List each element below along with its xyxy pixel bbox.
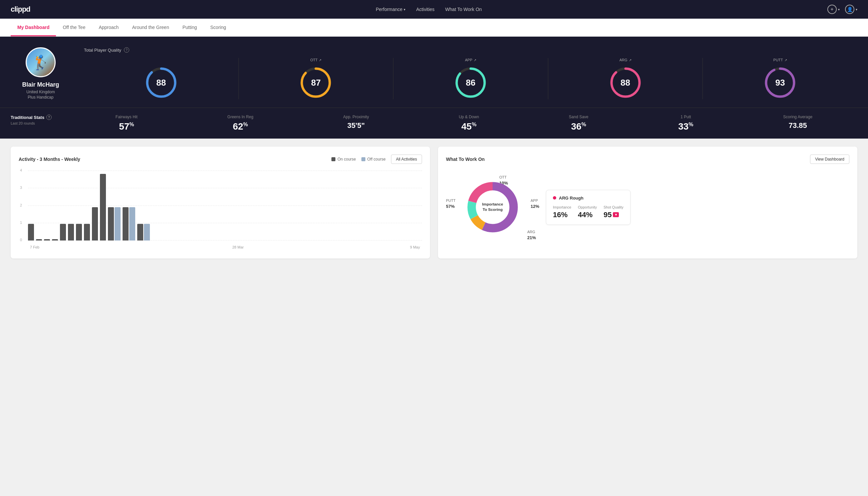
stats-subtitle: Last 20 rounds: [11, 121, 70, 125]
x-axis-labels: 7 Feb 28 Mar 9 May: [28, 245, 422, 249]
quality-arg: ARG ↗ 88: [548, 58, 703, 99]
stat-app-proximity: App. Proximity 35'5": [343, 114, 369, 132]
all-activities-button[interactable]: All Activities: [391, 155, 422, 164]
sub-navigation: My Dashboard Off the Tee Approach Around…: [0, 19, 868, 37]
label-arg: ARG 21%: [527, 229, 536, 241]
activity-card-header: Activity - 3 Months - Weekly On course O…: [19, 155, 422, 164]
subnav-my-dashboard[interactable]: My Dashboard: [11, 19, 56, 36]
bar-chart: 4 3 2 1 0: [19, 171, 422, 250]
bar-oncourse: [36, 239, 42, 241]
quality-arg-circle: 88: [609, 66, 642, 99]
bar-oncourse: [137, 224, 143, 241]
player-country: United Kingdom: [26, 90, 54, 94]
player-avatar: 🏌️: [26, 47, 56, 77]
info-stat-opportunity: Opportunity 44%: [578, 205, 597, 219]
quality-total: 88: [84, 58, 239, 99]
chevron-down-icon: ▾: [838, 7, 840, 11]
donut-svg: Importance To Scoring: [463, 177, 523, 237]
bar-oncourse: [52, 239, 58, 241]
chevron-down-icon: ▾: [404, 7, 405, 11]
player-info: 🏌️ Blair McHarg United Kingdom Plus Hand…: [11, 47, 70, 99]
bar-oncourse: [28, 224, 34, 241]
stat-up-down: Up & Down 45%: [459, 114, 479, 132]
info-card-title: ARG Rough: [553, 196, 624, 201]
quality-arg-value: 88: [620, 78, 630, 88]
quality-total-value: 88: [156, 78, 166, 88]
stat-sand-save: Sand Save 36%: [569, 114, 588, 132]
quality-ott-value: 87: [311, 78, 321, 88]
arrow-up-icon: ↗: [784, 58, 787, 62]
activity-card-title: Activity - 3 Months - Weekly: [19, 157, 80, 162]
bar-group-9: [92, 207, 98, 241]
stat-1-putt: 1 Putt 33%: [678, 114, 693, 132]
stat-greens-in-reg: Greens In Reg 62%: [227, 114, 253, 132]
nav-what-to-work-on[interactable]: What To Work On: [445, 7, 482, 12]
bar-group-3: [44, 239, 50, 241]
svg-text:Importance: Importance: [482, 202, 503, 206]
bar-group-11: [108, 207, 121, 241]
view-dashboard-button[interactable]: View Dashboard: [810, 155, 849, 164]
svg-text:To Scoring: To Scoring: [483, 207, 503, 212]
stats-items: Fairways Hit 57% Greens In Reg 62% App. …: [70, 114, 857, 132]
stats-help-icon[interactable]: ?: [46, 114, 52, 120]
bar-group-10: [100, 174, 106, 241]
subnav-approach[interactable]: Approach: [92, 19, 125, 36]
quality-circles: 88 OTT ↗ 87 AP: [84, 58, 857, 99]
bar-group-8: [84, 224, 90, 241]
player-handicap: Plus Handicap: [28, 95, 53, 99]
bar-group-6: [68, 224, 74, 241]
info-stat-shot-quality: Shot Quality 95 ▼: [603, 205, 624, 219]
add-button[interactable]: + ▾: [827, 5, 840, 14]
quality-putt-value: 93: [775, 78, 785, 88]
user-avatar-icon: 👤: [845, 5, 854, 14]
nav-right: + ▾ 👤 ▾: [827, 5, 857, 14]
bar-oncourse: [68, 224, 74, 241]
info-stats: Importance 16% Opportunity 44% Shot Qual…: [553, 205, 624, 219]
quality-ott: OTT ↗ 87: [239, 58, 394, 99]
bars: [28, 171, 422, 241]
bar-oncourse: [76, 224, 82, 241]
quality-putt: PUTT ↗ 93: [703, 58, 857, 99]
plus-circle-icon: +: [827, 5, 837, 14]
quality-putt-circle: 93: [763, 66, 797, 99]
subnav-putting[interactable]: Putting: [176, 19, 204, 36]
info-card: ARG Rough Importance 16% Opportunity 44%…: [546, 190, 631, 225]
pink-dot-icon: [553, 196, 556, 200]
work-on-title: What To Work On: [446, 157, 485, 162]
subnav-off-the-tee[interactable]: Off the Tee: [56, 19, 92, 36]
nav-performance[interactable]: Performance ▾: [376, 7, 405, 12]
user-menu[interactable]: 👤 ▾: [845, 5, 857, 14]
bar-oncourse: [84, 224, 90, 241]
legend-offcourse-dot: [361, 157, 365, 161]
legend-oncourse: On course: [331, 157, 356, 161]
quality-app: APP ↗ 86: [393, 58, 548, 99]
work-on-card: What To Work On View Dashboard OTT 10% A…: [438, 146, 857, 259]
hero-section: 🏌️ Blair McHarg United Kingdom Plus Hand…: [0, 37, 868, 108]
stats-row: Traditional Stats ? Last 20 rounds Fairw…: [0, 108, 868, 139]
quality-app-label: APP ↗: [465, 58, 476, 62]
quality-app-value: 86: [466, 78, 476, 88]
stat-fairways-hit: Fairways Hit 57%: [115, 114, 138, 132]
bar-oncourse: [100, 174, 106, 241]
help-icon[interactable]: ?: [124, 47, 129, 52]
subnav-around-the-green[interactable]: Around the Green: [125, 19, 175, 36]
bar-offcourse: [144, 224, 150, 241]
logo[interactable]: clippd: [11, 5, 30, 14]
activity-card: Activity - 3 Months - Weekly On course O…: [11, 146, 430, 259]
bar-offcourse: [114, 207, 121, 241]
label-app: APP 12%: [531, 197, 539, 209]
arrow-up-icon: ↗: [474, 58, 476, 62]
main-content: Activity - 3 Months - Weekly On course O…: [0, 139, 868, 266]
down-badge: ▼: [613, 212, 619, 217]
info-stat-importance: Importance 16%: [553, 205, 571, 219]
quality-ott-circle: 87: [299, 66, 332, 99]
player-name: Blair McHarg: [22, 81, 59, 88]
bar-group-7: [76, 224, 82, 241]
bar-oncourse: [60, 224, 66, 241]
nav-activities[interactable]: Activities: [416, 7, 434, 12]
quality-total-label: [160, 58, 161, 62]
bar-group-12: [123, 207, 135, 241]
logo-d: d: [26, 5, 30, 13]
donut-section: OTT 10% APP 12% ARG 21% PUTT 57%: [446, 171, 849, 244]
subnav-scoring[interactable]: Scoring: [204, 19, 233, 36]
